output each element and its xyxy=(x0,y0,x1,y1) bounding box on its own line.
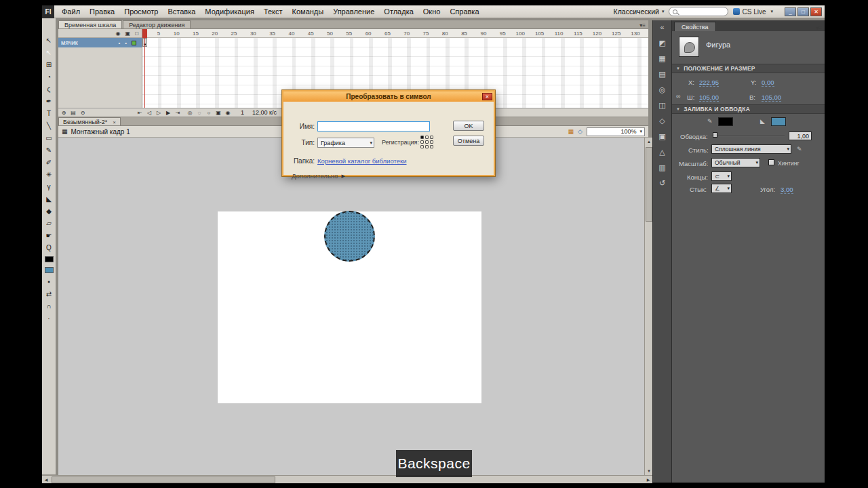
deco-tool[interactable]: ✳ xyxy=(43,169,55,180)
workspace-switcher[interactable]: Классический ▾ xyxy=(614,7,665,16)
menu-help[interactable]: Справка xyxy=(445,5,484,18)
selected-circle-shape[interactable] xyxy=(324,211,375,262)
step-back-button[interactable]: ◁ xyxy=(146,110,153,116)
tab-motion-editor[interactable]: Редактор движения xyxy=(123,20,191,28)
onion-skin-outlines-icon[interactable]: ○ xyxy=(205,110,212,116)
scale-select[interactable]: Обычный ▾ xyxy=(711,158,760,167)
play-button[interactable]: ▷ xyxy=(155,110,162,116)
registration-point[interactable] xyxy=(425,136,429,139)
transform-panel-icon[interactable]: ◫ xyxy=(658,100,665,110)
menu-edit[interactable]: Правка xyxy=(85,5,119,18)
stroke-weight-slider[interactable] xyxy=(711,131,785,138)
history-panel-icon[interactable]: ↺ xyxy=(659,178,665,188)
hand-tool[interactable]: ☛ xyxy=(43,230,55,241)
goto-first-frame-button[interactable]: ⇤ xyxy=(136,110,143,116)
cs-live-button[interactable]: CS Live xyxy=(733,8,766,16)
components-panel-icon[interactable]: ▣ xyxy=(658,131,665,141)
symbol-type-select[interactable]: Графика ▾ xyxy=(317,138,374,148)
default-colors-icon[interactable]: ▪ xyxy=(43,276,55,287)
layer-row[interactable]: мячик • • xyxy=(58,38,142,47)
hinting-checkbox[interactable] xyxy=(768,159,774,165)
text-tool[interactable]: T xyxy=(43,108,55,119)
lasso-tool[interactable]: ς xyxy=(43,83,55,95)
edit-multiple-frames-icon[interactable]: ▣ xyxy=(215,110,222,116)
width-value[interactable]: 105,00 xyxy=(699,94,719,102)
dialog-close-button[interactable]: ✕ xyxy=(482,93,492,100)
new-folder-button[interactable]: ▤ xyxy=(70,110,77,116)
y-value[interactable]: 0,00 xyxy=(762,79,774,87)
edit-scene-icon[interactable]: ▦ xyxy=(568,128,574,135)
miter-value[interactable]: 3,00 xyxy=(781,186,793,194)
panel-menu-icon[interactable]: ▾≡ xyxy=(816,25,825,31)
registration-point[interactable] xyxy=(430,140,433,144)
edit-symbol-icon[interactable]: ◇ xyxy=(578,128,583,135)
registration-point[interactable] xyxy=(425,145,429,148)
caps-select[interactable]: ⊂ ▾ xyxy=(711,171,732,181)
stroke-weight-input[interactable]: 1,00 xyxy=(789,131,812,140)
scene-name[interactable]: Монтажный кадр 1 xyxy=(71,128,130,136)
library-panel-icon[interactable]: ▥ xyxy=(658,163,665,172)
vertical-scroll-thumb[interactable] xyxy=(646,147,652,222)
layer-outline-color[interactable] xyxy=(132,41,136,45)
selection-tool[interactable]: ↖ xyxy=(43,35,55,46)
registration-grid[interactable] xyxy=(420,136,433,148)
edit-stroke-style-icon[interactable]: ✎ xyxy=(797,146,802,152)
library-root-link[interactable]: Корневой каталог библиотеки xyxy=(317,157,406,165)
pen-tool[interactable]: ✒ xyxy=(43,96,55,107)
section-fill-stroke[interactable]: ▼ ЗАЛИВКА И ОБВОДКА xyxy=(672,104,825,114)
show-hide-icon[interactable]: ◉ xyxy=(116,30,121,37)
search-input[interactable] xyxy=(669,7,728,16)
tab-timeline[interactable]: Временная шкала xyxy=(58,20,122,28)
pencil-tool[interactable]: ✎ xyxy=(43,144,55,156)
delete-layer-button[interactable]: ⊖ xyxy=(79,110,86,116)
registration-point[interactable] xyxy=(430,145,433,148)
cancel-button[interactable]: Отмена xyxy=(453,136,484,146)
stroke-color-swatch[interactable] xyxy=(718,117,733,126)
info-panel-icon[interactable]: ◎ xyxy=(659,85,666,94)
onion-skin-icon[interactable]: ◌ xyxy=(196,110,203,116)
outline-icon[interactable]: □ xyxy=(135,30,138,37)
registration-point[interactable] xyxy=(420,140,424,144)
minimize-button[interactable]: _ xyxy=(785,7,796,16)
swap-colors-icon[interactable]: ⇄ xyxy=(43,288,55,300)
menu-control[interactable]: Управление xyxy=(328,5,379,18)
panel-menu-icon[interactable]: ▾≡ xyxy=(639,22,648,28)
scroll-left-icon[interactable]: ◀ xyxy=(42,476,50,484)
chevron-down-icon[interactable]: ▾ xyxy=(770,9,773,14)
lock-icon[interactable]: ▣ xyxy=(125,30,131,37)
eraser-tool[interactable]: ▱ xyxy=(43,218,55,229)
align-panel-icon[interactable]: ▤ xyxy=(658,69,665,79)
motion-presets-panel-icon[interactable]: △ xyxy=(659,147,665,157)
layer-visible-dot[interactable]: • xyxy=(118,40,120,46)
color-panel-icon[interactable]: ◩ xyxy=(658,38,665,47)
zoom-tool[interactable]: Q xyxy=(43,242,55,253)
menu-file[interactable]: Файл xyxy=(57,5,85,18)
advanced-toggle[interactable]: Дополнительно ▶ xyxy=(292,172,345,180)
code-snippets-panel-icon[interactable]: ◇ xyxy=(659,116,665,125)
menu-debug[interactable]: Отладка xyxy=(379,5,418,18)
registration-point[interactable] xyxy=(420,145,424,148)
free-transform-tool[interactable]: ⊞ xyxy=(43,59,55,70)
ok-button[interactable]: OK xyxy=(453,121,484,131)
center-frame-icon[interactable]: ◎ xyxy=(186,110,193,116)
registration-point[interactable] xyxy=(430,136,433,139)
collapse-dock-icon[interactable]: « xyxy=(660,22,664,32)
dialog-title-bar[interactable]: Преобразовать в символ ✕ xyxy=(283,92,494,102)
menu-view[interactable]: Просмотр xyxy=(119,5,163,18)
scroll-right-icon[interactable]: ▶ xyxy=(644,476,652,484)
tool-options-icon[interactable]: · xyxy=(43,312,55,324)
x-value[interactable]: 222,95 xyxy=(699,79,719,87)
join-select[interactable]: ∠ ▾ xyxy=(711,184,732,193)
document-tab[interactable]: Безымянный-2* × xyxy=(58,117,121,125)
menu-modify[interactable]: Модификация xyxy=(200,5,259,18)
link-width-height-icon[interactable]: ∞ xyxy=(676,93,680,100)
menu-commands[interactable]: Команды xyxy=(288,5,329,18)
brush-tool[interactable]: ✐ xyxy=(43,157,55,168)
menu-insert[interactable]: Вставка xyxy=(163,5,200,18)
stroke-color-swatch[interactable] xyxy=(45,256,54,262)
menu-window[interactable]: Окно xyxy=(418,5,446,18)
maximize-button[interactable]: □ xyxy=(797,7,809,16)
fill-color-swatch[interactable] xyxy=(45,267,54,273)
layer-lock-dot[interactable]: • xyxy=(125,40,127,46)
horizontal-scroll-thumb[interactable] xyxy=(52,476,275,483)
